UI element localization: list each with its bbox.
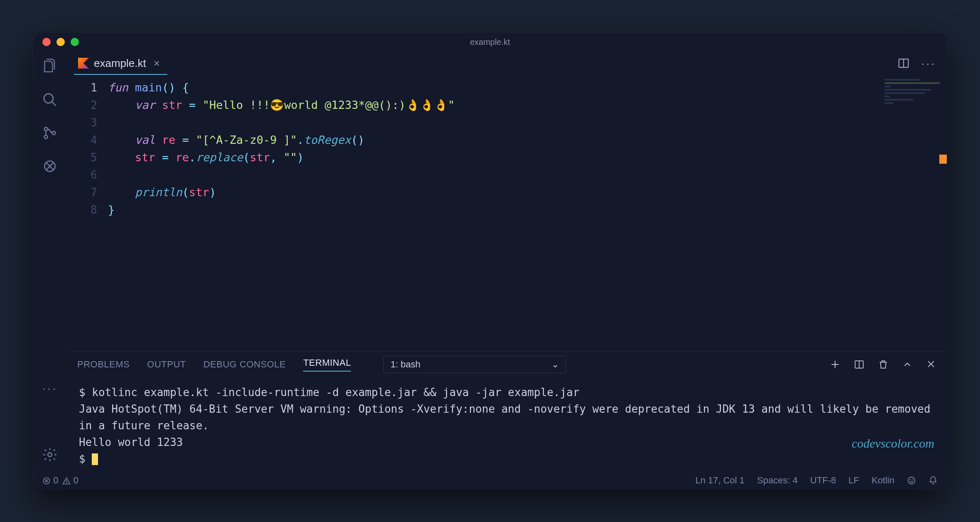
window-title: example.kt (470, 37, 510, 47)
kill-terminal-icon[interactable] (878, 359, 889, 370)
tab-output[interactable]: OUTPUT (147, 359, 186, 370)
svg-point-24 (912, 480, 913, 480)
line-number: 1 (66, 79, 97, 96)
panel-actions (830, 359, 936, 370)
source-control-icon[interactable] (42, 125, 58, 141)
settings-gear-icon[interactable] (42, 446, 58, 463)
tab-example-kt[interactable]: example.kt × (74, 53, 167, 75)
editor-area: 1 2 3 4 5 6 7 8 fun main() { var str = "… (66, 76, 947, 351)
line-number: 7 (66, 184, 97, 201)
line-number: 5 (66, 149, 97, 166)
activity-bar: ··· (33, 52, 66, 471)
encoding-status[interactable]: UTF-8 (810, 475, 836, 486)
line-number: 4 (66, 131, 97, 149)
notifications-icon[interactable] (929, 476, 938, 485)
new-terminal-icon[interactable] (830, 359, 840, 370)
eol-status[interactable]: LF (848, 475, 859, 486)
close-window-button[interactable] (42, 38, 51, 46)
cursor-position[interactable]: Ln 17, Col 1 (695, 475, 745, 486)
indentation-status[interactable]: Spaces: 4 (757, 475, 798, 486)
errors-status[interactable]: 0 (42, 475, 58, 486)
more-icon[interactable]: ··· (42, 380, 58, 396)
line-number: 6 (66, 166, 97, 184)
debug-icon[interactable] (42, 158, 58, 175)
terminal-output[interactable]: $ kotlinc example.kt -include-runtime -d… (66, 377, 947, 471)
line-gutter: 1 2 3 4 5 6 7 8 (66, 76, 108, 351)
close-tab-icon[interactable]: × (154, 57, 160, 70)
close-panel-icon[interactable] (926, 359, 936, 370)
line-number: 3 (66, 114, 97, 131)
line-number: 2 (66, 96, 97, 114)
tab-problems[interactable]: PROBLEMS (77, 359, 130, 370)
window-body: ··· example.kt × ··· (33, 52, 947, 471)
terminal-shell-dropdown[interactable]: 1: bash ⌄ (383, 356, 566, 373)
svg-point-23 (910, 480, 911, 480)
svg-point-22 (908, 477, 915, 484)
svg-point-21 (66, 483, 67, 483)
status-bar: 0 0 Ln 17, Col 1 Spaces: 4 UTF-8 LF Kotl… (33, 471, 947, 490)
shell-label: 1: bash (390, 359, 420, 370)
editor-group: example.kt × ··· 1 2 3 4 5 6 (66, 52, 947, 471)
svg-point-2 (44, 128, 48, 131)
tab-bar: example.kt × ··· (66, 52, 947, 76)
panel-tabs: PROBLEMS OUTPUT DEBUG CONSOLE TERMINAL 1… (66, 352, 947, 377)
kotlin-file-icon (78, 58, 89, 69)
chevron-down-icon: ⌄ (551, 359, 559, 370)
svg-point-0 (44, 94, 53, 103)
warnings-status[interactable]: 0 (62, 475, 78, 486)
svg-line-1 (52, 102, 56, 106)
language-mode[interactable]: Kotlin (872, 475, 894, 486)
maximize-window-button[interactable] (71, 38, 79, 46)
minimize-window-button[interactable] (56, 38, 65, 46)
editor-actions: ··· (897, 57, 947, 70)
vscode-window: example.kt ··· (33, 32, 947, 490)
split-editor-icon[interactable] (897, 57, 910, 70)
watermark: codevscolor.com (852, 436, 934, 451)
minimap[interactable] (880, 76, 947, 351)
tab-label: example.kt (94, 57, 146, 70)
titlebar: example.kt (33, 32, 947, 52)
tab-debug-console[interactable]: DEBUG CONSOLE (203, 359, 286, 370)
svg-point-3 (44, 135, 48, 139)
explorer-icon[interactable] (42, 58, 58, 75)
tab-terminal[interactable]: TERMINAL (303, 357, 351, 372)
code-editor[interactable]: fun main() { var str = "Hello !!!😎world … (108, 76, 880, 351)
svg-point-4 (52, 131, 56, 135)
svg-point-8 (48, 453, 52, 457)
feedback-icon[interactable] (907, 476, 916, 485)
maximize-panel-icon[interactable] (902, 359, 913, 370)
terminal-cursor (92, 453, 98, 465)
more-actions-icon[interactable]: ··· (921, 57, 936, 70)
minimap-scroll-indicator[interactable] (939, 155, 947, 164)
search-icon[interactable] (42, 91, 58, 108)
line-number: 8 (66, 201, 97, 219)
traffic-lights (42, 38, 79, 46)
bottom-panel: PROBLEMS OUTPUT DEBUG CONSOLE TERMINAL 1… (66, 351, 947, 471)
split-terminal-icon[interactable] (854, 359, 865, 370)
